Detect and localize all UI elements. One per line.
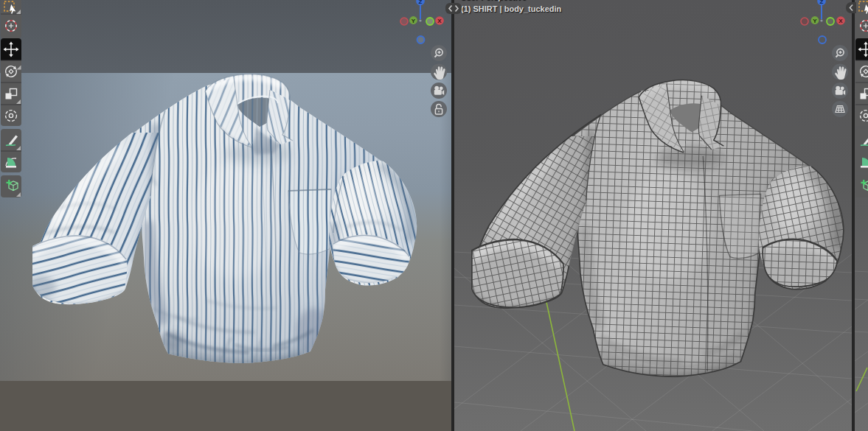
svg-text:Z: Z bbox=[820, 0, 824, 5]
svg-text:Z: Z bbox=[419, 0, 423, 5]
svg-text:Y: Y bbox=[412, 18, 416, 24]
svg-text:Y: Y bbox=[813, 18, 817, 24]
svg-text:X: X bbox=[839, 18, 843, 24]
svg-text:X: X bbox=[437, 18, 442, 24]
